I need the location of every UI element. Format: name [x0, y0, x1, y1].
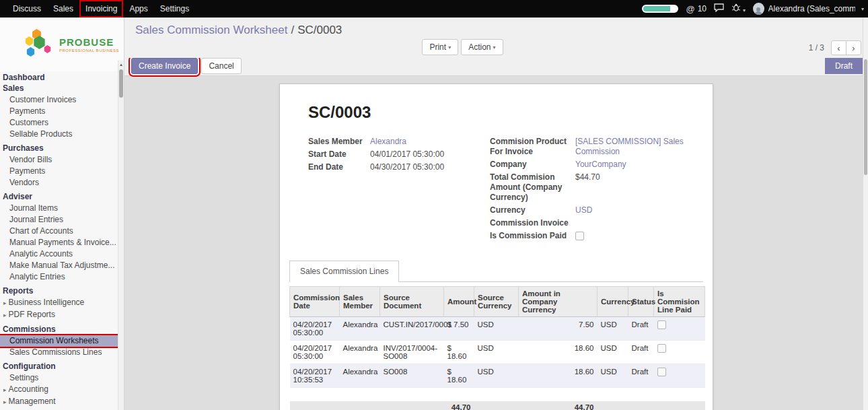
tab-sales-commission-lines[interactable]: Sales Commission Lines [289, 261, 399, 282]
cell-status: Draft [628, 364, 654, 388]
print-button[interactable]: Print▾ [422, 39, 458, 55]
sidebar-heading-commissions[interactable]: Commissions [0, 324, 118, 335]
chevron-left-icon: ‹ [837, 43, 840, 53]
window-scrollbar[interactable] [863, 18, 868, 410]
messages-button[interactable] [714, 3, 724, 14]
sidebar-item-label: PDF Reports [9, 310, 55, 319]
is-commission-paid-checkbox [575, 232, 584, 240]
sidebar-item-customers[interactable]: Customers [0, 117, 118, 129]
field-currency: Currency USD [490, 205, 703, 215]
pager-previous-button[interactable]: ‹ [831, 40, 846, 55]
user-silhouette-icon [754, 7, 763, 15]
sidebar-item-manual-payments-invoice[interactable]: Manual Payments & Invoice... [0, 237, 118, 248]
action-buttons: Print▾ Action▾ [124, 39, 801, 55]
cell-currency: USD [598, 317, 628, 341]
cell-date: 04/20/2017 05:30:00 [290, 341, 340, 364]
breadcrumb-separator: / [291, 24, 294, 36]
line-paid-checkbox [657, 320, 666, 329]
chevron-right-icon: › [852, 43, 855, 53]
sidebar-item-chart-of-accounts[interactable]: Chart of Accounts [0, 226, 118, 237]
sidebar-item-payments-sales[interactable]: Payments [0, 106, 118, 117]
menu-sales[interactable]: Sales [47, 0, 79, 18]
menu-discuss[interactable]: Discuss [7, 0, 47, 18]
sidebar-item-label: Accounting [9, 384, 48, 394]
menu-invoicing[interactable]: Invoicing [79, 0, 123, 18]
sidebar-item-analytic-entries[interactable]: Analytic Entries [0, 271, 118, 283]
sidebar-item-label: Management [9, 397, 56, 406]
field-label: Is Commission Paid [490, 231, 575, 241]
action-button[interactable]: Action▾ [461, 39, 503, 55]
currency-link[interactable]: USD [575, 205, 592, 215]
field-sales-member: Sales Member Alexandra [308, 137, 490, 147]
user-name: Alexandra (Sales_comm... [768, 4, 855, 13]
sidebar-scrollbar[interactable]: ▲ [118, 61, 124, 410]
sidebar-scrollbar-thumb[interactable] [119, 69, 123, 98]
sidebar-item-vendor-bills[interactable]: Vendor Bills [0, 154, 118, 166]
cell-status: Draft [628, 317, 654, 341]
sidebar-heading-sales[interactable]: Sales [0, 83, 118, 94]
user-menu[interactable]: Alexandra (Sales_comm... ▾ [753, 3, 864, 15]
cell-source-currency: USD [474, 317, 519, 341]
menu-settings[interactable]: Settings [154, 0, 195, 18]
col-source-currency: Source Currency [474, 287, 519, 317]
sidebar-item-commission-worksheets[interactable]: Commission Worksheets [0, 335, 118, 347]
cancel-button[interactable]: Cancel [201, 58, 241, 74]
sidebar-item-management[interactable]: ▸Management [0, 396, 118, 408]
sidebar-item-journal-items[interactable]: Journal Items [0, 203, 118, 214]
sidebar-item-pdf-reports[interactable]: ▸PDF Reports [0, 309, 118, 321]
sidebar-item-analytic-accounts[interactable]: Analytic Accounts [0, 248, 118, 260]
sidebar-item-vendors[interactable]: Vendors [0, 177, 118, 189]
sidebar-heading-adviser[interactable]: Adviser [0, 192, 118, 203]
logo-title: PROBUSE [59, 36, 119, 48]
field-label: Currency [490, 205, 575, 215]
commission-product-link[interactable]: [SALES COMMISSION] Sales Commission [575, 137, 684, 156]
sales-member-link[interactable]: Alexandra [370, 137, 406, 146]
field-label: End Date [308, 162, 370, 172]
sidebar-item-business-intelligence[interactable]: ▸Business Intelligence [0, 297, 118, 309]
debug-menu-button[interactable]: ▾ [731, 3, 746, 14]
sidebar-heading-dashboard[interactable]: Dashboard [0, 73, 118, 83]
expand-icon: ▸ [3, 312, 7, 318]
breadcrumb: Sales Commission Worksheet/SC/0003 [135, 24, 857, 37]
pager-next-button[interactable]: › [846, 40, 861, 55]
logo-subtitle: PROFESSIONAL BUSINESS [59, 48, 119, 53]
menu-apps[interactable]: Apps [123, 0, 153, 18]
expand-icon: ▸ [3, 300, 7, 306]
chevron-down-icon: ▾ [448, 44, 451, 50]
form-statusbar: Create Invoice Cancel Draft [124, 58, 868, 76]
sidebar-item-sales-commissions-lines[interactable]: Sales Commissions Lines [0, 347, 118, 358]
form-area: SC/0003 Sales Member Alexandra Start Dat… [124, 76, 868, 410]
notebook-tabs: Sales Commission Lines [289, 260, 703, 282]
table-row[interactable]: 04/20/2017 10:35:53 Alexandra SO008 $ 18… [290, 364, 705, 388]
table-spacer [290, 388, 705, 401]
breadcrumb-current: SC/0003 [297, 24, 342, 36]
scroll-up-icon[interactable]: ▲ [118, 61, 124, 69]
window-scrollbar-thumb[interactable] [864, 59, 867, 175]
activities-button[interactable]: @ 10 [686, 4, 707, 14]
sidebar-item-make-manual-tax-adjustment[interactable]: Make Manual Tax Adjustme... [0, 260, 118, 271]
sidebar-item-payments-purchases[interactable]: Payments [0, 166, 118, 177]
logo-hexagons-icon [24, 29, 54, 60]
sidebar-heading-purchases[interactable]: Purchases [0, 143, 118, 154]
col-amount-company-currency: Amount in Company Currency [519, 287, 598, 317]
sidebar-item-customer-invoices[interactable]: Customer Invoices [0, 94, 118, 106]
field-start-date: Start Date 04/01/2017 05:30:00 [308, 149, 490, 160]
sidebar-heading-reports[interactable]: Reports [0, 286, 118, 297]
table-totals-row: 44.70 44.70 [290, 401, 705, 410]
chevron-down-icon: ▾ [861, 6, 864, 12]
table-row[interactable]: 04/20/2017 05:30:00 Alexandra INV/2017/0… [290, 341, 705, 364]
create-invoice-button[interactable]: Create Invoice [131, 58, 198, 74]
breadcrumb-parent[interactable]: Sales Commission Worksheet [135, 24, 287, 36]
line-paid-checkbox [657, 368, 666, 376]
pager-value: 1 / 3 [809, 43, 824, 53]
sidebar-item-journal-entries[interactable]: Journal Entries [0, 214, 118, 226]
field-total-commission-amount: Total Commision Amount (Company Currency… [490, 172, 703, 203]
sidebar-item-settings[interactable]: Settings [0, 372, 118, 384]
sidebar-item-sellable-products[interactable]: Sellable Products [0, 129, 118, 140]
table-row[interactable]: 04/20/2017 05:30:00 Alexandra CUST.IN/20… [290, 317, 705, 341]
cell-date: 04/20/2017 10:35:53 [290, 364, 340, 388]
cell-amount: $ 18.60 [444, 341, 474, 364]
sidebar-heading-configuration[interactable]: Configuration [0, 362, 118, 372]
sidebar-item-accounting[interactable]: ▸Accounting [0, 384, 118, 396]
company-link[interactable]: YourCompany [575, 160, 626, 169]
